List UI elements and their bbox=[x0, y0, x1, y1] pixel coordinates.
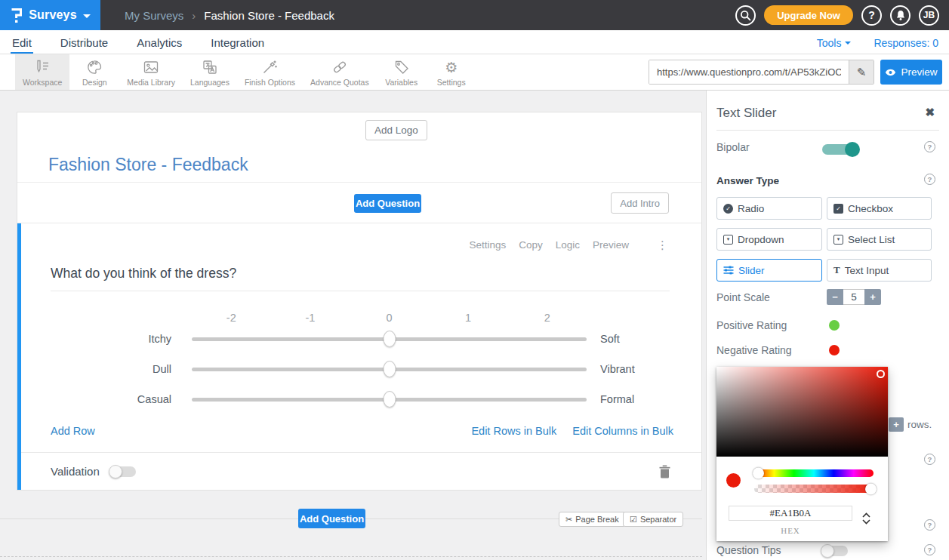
question-preview-link[interactable]: Preview bbox=[593, 239, 629, 251]
validation-row: Validation bbox=[21, 452, 701, 490]
help-icon[interactable]: ? bbox=[924, 544, 935, 555]
topbar: Surveys My Surveys › Fashion Store - Fee… bbox=[0, 0, 949, 30]
slider-handle[interactable] bbox=[383, 361, 396, 377]
add-logo-button[interactable]: Add Logo bbox=[365, 120, 427, 140]
add-question-button-bottom[interactable]: Add Question bbox=[298, 509, 365, 528]
alpha-slider[interactable] bbox=[754, 485, 875, 493]
question-settings-link[interactable]: Settings bbox=[469, 239, 506, 251]
hex-input[interactable] bbox=[729, 506, 852, 521]
question-tips-toggle[interactable] bbox=[822, 546, 848, 556]
question-logic-link[interactable]: Logic bbox=[556, 239, 580, 251]
hue-handle[interactable] bbox=[753, 468, 764, 479]
add-question-button-top[interactable]: Add Question bbox=[354, 194, 421, 213]
answer-type-label: Slider bbox=[738, 265, 765, 276]
toggle-knob bbox=[821, 544, 834, 558]
upgrade-now-button[interactable]: Upgrade Now bbox=[764, 5, 853, 25]
tools-label: Tools bbox=[817, 37, 842, 49]
rows-increase-button[interactable]: + bbox=[889, 417, 904, 432]
scale-label: 0 bbox=[350, 312, 429, 324]
saturation-cursor[interactable] bbox=[877, 370, 885, 378]
divider bbox=[716, 130, 939, 131]
survey-title[interactable]: Fashion Store - Feedback bbox=[48, 155, 248, 175]
question-text[interactable]: What do you think of the dress? bbox=[51, 266, 670, 291]
toggle-knob bbox=[845, 142, 860, 157]
tab-distribute[interactable]: Distribute bbox=[59, 33, 109, 54]
edit-url-button[interactable]: ✎ bbox=[849, 60, 874, 84]
media-library-icon bbox=[143, 59, 159, 76]
avatar[interactable]: JB bbox=[919, 5, 939, 26]
positive-rating-color-swatch[interactable] bbox=[829, 320, 840, 331]
point-scale-decrease-button[interactable]: − bbox=[827, 289, 843, 305]
add-row-link[interactable]: Add Row bbox=[51, 425, 95, 437]
toolbar-item-languages[interactable]: Languages bbox=[183, 54, 237, 90]
edit-columns-in-bulk-link[interactable]: Edit Columns in Bulk bbox=[572, 425, 673, 437]
slider-row-dull-vibrant: Dull Vibrant bbox=[21, 354, 701, 384]
point-scale-stepper: − 5 + bbox=[827, 289, 881, 305]
alpha-handle[interactable] bbox=[865, 483, 877, 494]
product-menu[interactable]: Surveys bbox=[0, 0, 100, 30]
toolbar-item-design[interactable]: Design bbox=[69, 54, 119, 90]
answer-type-label: Text Input bbox=[845, 265, 889, 276]
negative-rating-label: Negative Rating bbox=[716, 344, 792, 356]
slider-handle[interactable] bbox=[383, 391, 396, 408]
separator-button[interactable]: ☑ Separator bbox=[623, 512, 683, 527]
edit-rows-in-bulk-link[interactable]: Edit Rows in Bulk bbox=[471, 425, 556, 437]
notifications-button[interactable] bbox=[890, 5, 910, 26]
toolbar-label: Media Library bbox=[127, 78, 175, 87]
answer-type-text-input[interactable]: T Text Input bbox=[827, 259, 932, 282]
answer-type-select-list[interactable]: ▾ Select List bbox=[827, 228, 932, 251]
tab-edit[interactable]: Edit bbox=[11, 33, 33, 54]
question-copy-link[interactable]: Copy bbox=[519, 239, 543, 251]
help-icon[interactable]: ? bbox=[924, 454, 935, 465]
help-icon[interactable]: ? bbox=[924, 141, 935, 152]
scale-label: 1 bbox=[429, 312, 508, 324]
delete-question-button[interactable] bbox=[659, 465, 670, 478]
slider-row-itchy-soft: Itchy Soft bbox=[21, 324, 701, 354]
point-scale-increase-button[interactable]: + bbox=[864, 289, 881, 305]
share-url-box: ✎ bbox=[649, 60, 874, 85]
toolbar-item-workspace[interactable]: Workspace bbox=[15, 54, 69, 90]
tools-menu[interactable]: Tools bbox=[817, 37, 852, 49]
saturation-area[interactable] bbox=[716, 367, 888, 457]
answer-type-checkbox[interactable]: ✓ Checkbox bbox=[827, 197, 932, 220]
hue-slider[interactable] bbox=[754, 469, 874, 477]
answer-type-dropdown[interactable]: ▾ Dropdown bbox=[716, 228, 822, 251]
negative-rating-color-swatch[interactable] bbox=[829, 345, 840, 355]
slider-track[interactable] bbox=[192, 337, 587, 341]
toolbar-item-settings[interactable]: ⚙ Settings bbox=[427, 54, 476, 90]
slider-handle[interactable] bbox=[383, 331, 396, 347]
chevron-down-icon bbox=[845, 42, 851, 45]
preview-label: Preview bbox=[901, 66, 937, 78]
help-icon[interactable]: ? bbox=[924, 519, 935, 531]
answer-type-radio[interactable]: ✓ Radio bbox=[716, 197, 822, 220]
tab-integration[interactable]: Integration bbox=[209, 33, 266, 54]
editor-toolbar: Workspace Design Media Library bbox=[0, 54, 949, 91]
toolbar-label: Advance Quotas bbox=[310, 78, 369, 87]
validation-toggle[interactable] bbox=[110, 466, 136, 477]
toolbar-item-advance-quotas[interactable]: Advance Quotas bbox=[303, 54, 377, 90]
toolbar-item-finish-options[interactable]: Finish Options bbox=[237, 54, 303, 90]
eye-icon bbox=[885, 69, 896, 76]
survey-canvas: Add Logo Fashion Store - Feedback Add Qu… bbox=[0, 91, 706, 560]
add-intro-button[interactable]: Add Intro bbox=[611, 192, 669, 214]
tab-analytics[interactable]: Analytics bbox=[135, 33, 183, 54]
row-left-label: Casual bbox=[51, 393, 192, 405]
slider-track[interactable] bbox=[192, 368, 587, 371]
toolbar-label: Workspace bbox=[23, 78, 62, 87]
toolbar-item-variables[interactable]: Variables bbox=[377, 54, 427, 90]
color-format-toggle[interactable] bbox=[862, 512, 870, 525]
breadcrumb-my-surveys[interactable]: My Surveys bbox=[125, 9, 183, 22]
close-icon[interactable]: ✖ bbox=[925, 106, 935, 119]
responses-count[interactable]: Responses: 0 bbox=[874, 37, 938, 49]
answer-type-slider[interactable]: Slider bbox=[716, 259, 822, 282]
share-url-input[interactable] bbox=[649, 60, 849, 84]
search-button[interactable] bbox=[735, 5, 756, 26]
slider-track[interactable] bbox=[192, 398, 587, 402]
help-icon[interactable]: ? bbox=[924, 174, 935, 185]
bipolar-toggle[interactable] bbox=[822, 144, 855, 155]
help-button[interactable]: ? bbox=[861, 5, 882, 26]
toolbar-item-media-library[interactable]: Media Library bbox=[119, 54, 183, 90]
kebab-menu-icon[interactable]: ⋮ bbox=[657, 240, 668, 251]
page-break-button[interactable]: ✂ Page Break bbox=[559, 512, 626, 527]
preview-button[interactable]: Preview bbox=[880, 60, 942, 85]
